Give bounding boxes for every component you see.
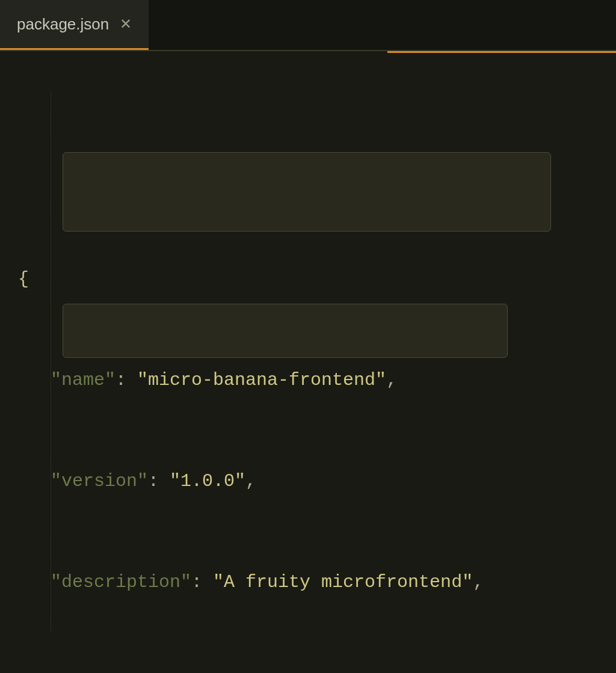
tab-package-json[interactable]: package.json ✕ (0, 0, 149, 50)
brace-open: { (18, 269, 29, 289)
code-editor[interactable]: { "name": "micro-banana-frontend", "vers… (0, 51, 616, 673)
close-icon[interactable]: ✕ (120, 17, 132, 31)
tab-accent-line (387, 51, 616, 53)
tab-bar: package.json ✕ (0, 0, 616, 51)
tab-filename: package.json (17, 15, 109, 34)
highlight-devdependencies (63, 304, 508, 358)
code-line: "name": "micro-banana-frontend", (0, 367, 616, 393)
code-line: "version": "1.0.0", (0, 469, 616, 494)
indent-guide (51, 90, 51, 631)
code-line: { (0, 266, 616, 292)
code-line: "main": "index.js", (0, 671, 616, 673)
code-line: "description": "A fruity microfrontend", (0, 570, 616, 595)
highlight-dependencies (63, 152, 551, 232)
